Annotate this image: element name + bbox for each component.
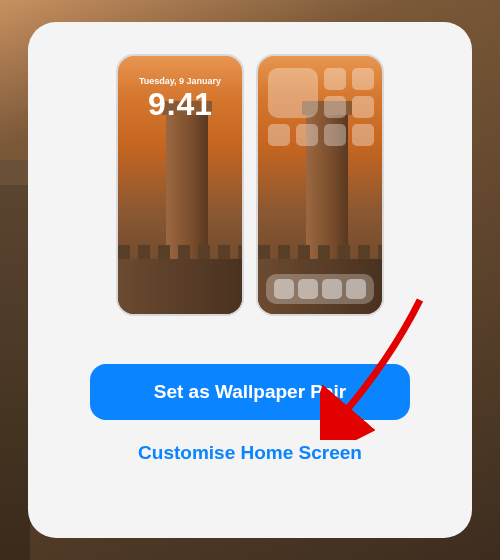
app-icon-placeholder <box>352 96 374 118</box>
dock-icon-placeholder <box>322 279 342 299</box>
dock-icon-placeholder <box>346 279 366 299</box>
preview-wall-graphic <box>118 259 242 314</box>
lockscreen-time: 9:41 <box>118 88 242 120</box>
preview-tower-graphic <box>166 111 208 261</box>
app-icon-placeholder <box>324 68 346 90</box>
background-wall-top <box>0 160 30 185</box>
wallpaper-previews: Tuesday, 9 January 9:41 <box>116 54 384 316</box>
app-icon-placeholder <box>352 68 374 90</box>
homescreen-app-grid <box>268 68 372 146</box>
app-widget-placeholder <box>268 68 318 118</box>
lockscreen-date: Tuesday, 9 January <box>118 76 242 86</box>
homescreen-dock <box>266 274 374 304</box>
app-icon-placeholder <box>352 124 374 146</box>
app-icon-placeholder <box>324 124 346 146</box>
app-icon-placeholder <box>324 96 346 118</box>
app-icon-placeholder <box>296 124 318 146</box>
customise-home-screen-button[interactable]: Customise Home Screen <box>138 442 362 464</box>
lockscreen-clock: Tuesday, 9 January 9:41 <box>118 76 242 120</box>
background-wall <box>0 180 30 560</box>
app-icon-placeholder <box>268 124 290 146</box>
lockscreen-preview: Tuesday, 9 January 9:41 <box>116 54 244 316</box>
set-wallpaper-pair-button[interactable]: Set as Wallpaper Pair <box>90 364 410 420</box>
homescreen-preview <box>256 54 384 316</box>
dock-icon-placeholder <box>274 279 294 299</box>
wallpaper-options-card: Tuesday, 9 January 9:41 <box>28 22 472 538</box>
dock-icon-placeholder <box>298 279 318 299</box>
